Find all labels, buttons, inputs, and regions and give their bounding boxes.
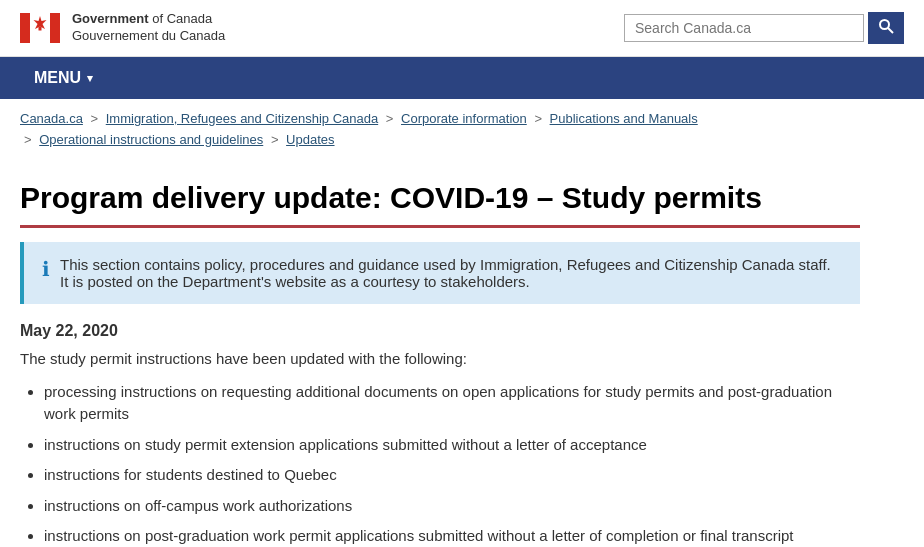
menu-chevron-icon: ▾ (87, 72, 93, 85)
svg-line-6 (888, 28, 893, 33)
bullet-list: processing instructions on requesting ad… (44, 381, 860, 547)
info-box: ℹ This section contains policy, procedur… (20, 242, 860, 304)
site-header: Government of Canada Gouvernement du Can… (0, 0, 924, 57)
breadcrumb-link-canada[interactable]: Canada.ca (20, 111, 83, 126)
intro-text: The study permit instructions have been … (20, 350, 860, 367)
breadcrumb-sep-4: > (24, 132, 32, 147)
menu-label: MENU (34, 69, 81, 87)
list-item: instructions on post-graduation work per… (44, 525, 860, 547)
gov-name-en: Government (72, 11, 149, 26)
breadcrumb-sep-1: > (91, 111, 99, 126)
breadcrumb: Canada.ca > Immigration, Refugees and Ci… (0, 99, 924, 155)
list-item: instructions on off-campus work authoriz… (44, 495, 860, 518)
breadcrumb-link-publications[interactable]: Publications and Manuals (550, 111, 698, 126)
svg-rect-0 (20, 13, 30, 43)
breadcrumb-link-corporate[interactable]: Corporate information (401, 111, 527, 126)
svg-rect-4 (39, 27, 42, 31)
svg-point-5 (880, 20, 889, 29)
gov-name-fr: Gouvernement du Canada (72, 28, 225, 45)
breadcrumb-sep-3: > (534, 111, 542, 126)
search-button[interactable] (868, 12, 904, 44)
canada-flag-icon (20, 8, 60, 48)
info-box-text: This section contains policy, procedures… (60, 256, 842, 290)
svg-rect-2 (50, 13, 60, 43)
date-label: May 22, 2020 (20, 322, 860, 340)
page-title: Program delivery update: COVID-19 – Stud… (20, 181, 860, 228)
search-area (624, 12, 904, 44)
breadcrumb-link-updates[interactable]: Updates (286, 132, 334, 147)
menu-button[interactable]: MENU ▾ (20, 57, 107, 99)
logo-area: Government of Canada Gouvernement du Can… (20, 8, 225, 48)
list-item: processing instructions on requesting ad… (44, 381, 860, 426)
search-icon (878, 18, 894, 34)
breadcrumb-sep-2: > (386, 111, 394, 126)
list-item: instructions on study permit extension a… (44, 434, 860, 457)
main-content: Program delivery update: COVID-19 – Stud… (0, 155, 880, 547)
info-icon: ℹ (42, 257, 50, 281)
breadcrumb-sep-5: > (271, 132, 279, 147)
list-item: instructions for students destined to Qu… (44, 464, 860, 487)
search-input[interactable] (624, 14, 864, 42)
breadcrumb-link-operational[interactable]: Operational instructions and guidelines (39, 132, 263, 147)
breadcrumb-link-ircc[interactable]: Immigration, Refugees and Citizenship Ca… (106, 111, 378, 126)
main-nav: MENU ▾ (0, 57, 924, 99)
government-name: Government of Canada Gouvernement du Can… (72, 11, 225, 45)
